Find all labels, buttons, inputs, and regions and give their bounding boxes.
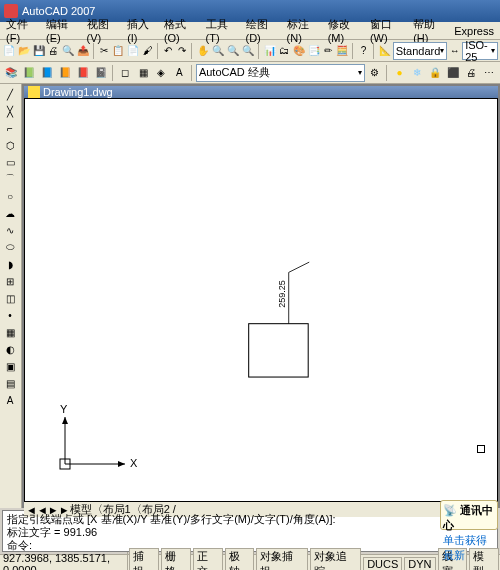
open-icon[interactable]: 📂 [17,42,31,60]
menu-bar: 文件(F) 编辑(E) 视图(V) 插入(I) 格式(O) 工具(T) 绘图(D… [0,22,500,40]
polar-toggle[interactable]: 极轴 [225,548,255,571]
block-icon[interactable]: ◻ [117,64,134,82]
circle-icon[interactable]: ○ [1,188,19,204]
snap-toggle[interactable]: 捕捉 [129,548,159,571]
match-icon[interactable]: 🖌 [141,42,154,60]
layer-lock-icon[interactable]: 🔒 [427,64,444,82]
otrack-toggle[interactable]: 对象追踪 [310,548,361,571]
calc-icon[interactable]: 🧮 [335,42,349,60]
menu-express[interactable]: Express [450,24,498,38]
layers-toolbar: 📚 📗 📘 📙 📕 📓 ◻ ▦ ◈ A AutoCAD 经典▾ ⚙ ● ❄ 🔒 … [0,62,500,84]
svg-marker-1 [118,461,125,467]
help-icon[interactable]: ? [357,42,370,60]
zoom-icon[interactable]: 🔍 [211,42,225,60]
markup-icon[interactable]: ✏ [322,42,335,60]
publish-icon[interactable]: 📤 [76,42,90,60]
layer-icon[interactable]: 📚 [2,64,19,82]
separator [191,65,193,81]
properties-icon[interactable]: 📊 [263,42,277,60]
separator [112,65,114,81]
cut-icon[interactable]: ✂ [98,42,111,60]
designcenter-icon[interactable]: 🗂 [278,42,291,60]
layer5-icon[interactable]: 📕 [74,64,91,82]
workspace: ╱ ╳ ⌐ ⬡ ▭ ⌒ ○ ☁ ∿ ⬭ ◗ ⊞ ◫ • ▦ ◐ ▣ ▤ A Dr… [0,84,500,508]
separator [258,43,260,59]
dimstyle-icon[interactable]: 📐 [378,42,392,60]
layer3-icon[interactable]: 📘 [38,64,55,82]
layer-freeze-icon[interactable]: ❄ [409,64,426,82]
layer-color-icon[interactable]: ⬛ [445,64,462,82]
zoom-window-icon[interactable]: 🔍 [226,42,240,60]
ortho-toggle[interactable]: 正交 [193,548,223,571]
comm-center-popup[interactable]: 📡 通讯中心 单击获得最新 [440,500,498,530]
grid-toggle[interactable]: 栅格 [161,548,191,571]
gradient-icon[interactable]: ◐ [1,341,19,357]
ducs-toggle[interactable]: DUCS [363,557,402,571]
dimstyle-dropdown[interactable]: Standard▾ [393,42,448,60]
layer-plot-icon[interactable]: 🖨 [463,64,480,82]
rectangle-icon[interactable]: ▭ [1,154,19,170]
status-bar: 927.3968, 1385.5171, 0.0000 捕捉 栅格 正交 极轴 … [0,554,500,570]
region-icon[interactable]: ◈ [153,64,170,82]
drawing-titlebar[interactable]: Drawing1.dwg [24,86,498,98]
dimscale-dropdown[interactable]: ISO-25▾ [462,42,498,60]
redo-icon[interactable]: ↷ [176,42,189,60]
toolpalette-icon[interactable]: 🎨 [292,42,306,60]
pline-icon[interactable]: ⌐ [1,120,19,136]
line-icon[interactable]: ╱ [1,86,19,102]
layer-on-icon[interactable]: ● [391,64,408,82]
pickbox-cursor [477,445,485,453]
drawing-area: Drawing1.dwg 259.25 X Y [24,86,498,506]
undo-icon[interactable]: ↶ [162,42,175,60]
rectangle-shape [249,324,309,377]
xline-icon[interactable]: ╳ [1,103,19,119]
layer6-icon[interactable]: 📓 [92,64,109,82]
x-axis-label: X [130,457,137,469]
ucs-icon: X Y [45,409,135,481]
new-icon[interactable]: 📄 [2,42,16,60]
zoom-prev-icon[interactable]: 🔍 [241,42,255,60]
layer4-icon[interactable]: 📙 [56,64,73,82]
spline-icon[interactable]: ∿ [1,222,19,238]
dim-icon[interactable]: ↔ [448,42,461,60]
notif-link[interactable]: 单击获得最新 [443,533,495,563]
pan-icon[interactable]: ✋ [196,42,210,60]
region2-icon[interactable]: ▣ [1,358,19,374]
draw-toolbar: ╱ ╳ ⌐ ⬡ ▭ ⌒ ○ ☁ ∿ ⬭ ◗ ⊞ ◫ • ▦ ◐ ▣ ▤ A [0,84,22,508]
separator [386,65,388,81]
polygon-icon[interactable]: ⬡ [1,137,19,153]
layer2-icon[interactable]: 📗 [20,64,37,82]
table-icon[interactable]: ▤ [1,375,19,391]
separator [157,43,159,59]
ellipsearc-icon[interactable]: ◗ [1,256,19,272]
sheetset-icon[interactable]: 📑 [307,42,321,60]
coords-display: 927.3968, 1385.5171, 0.0000 [0,552,128,571]
insert-icon[interactable]: ⊞ [1,273,19,289]
arc-icon[interactable]: ⌒ [1,171,19,187]
dyn-toggle[interactable]: DYN [404,557,435,571]
osnap-toggle[interactable]: 对象捕捉 [256,548,307,571]
hatch2-icon[interactable]: ▦ [1,324,19,340]
separator [191,43,193,59]
preview-icon[interactable]: 🔍 [61,42,75,60]
copy-icon[interactable]: 📋 [111,42,125,60]
drawing-title: Drawing1.dwg [43,86,113,98]
separator [373,43,375,59]
save-icon[interactable]: 💾 [32,42,46,60]
hatch-icon[interactable]: ▦ [135,64,152,82]
ws-settings-icon[interactable]: ⚙ [366,64,383,82]
print-icon[interactable]: 🖨 [47,42,60,60]
workspace-dropdown[interactable]: AutoCAD 经典▾ [196,64,365,82]
point-icon[interactable]: • [1,307,19,323]
svg-marker-3 [62,417,68,424]
drawing-canvas[interactable]: 259.25 X Y [24,98,498,502]
mtext-icon[interactable]: A [1,392,19,408]
paste-icon[interactable]: 📄 [126,42,140,60]
ellipse-icon[interactable]: ⬭ [1,239,19,255]
revcloud-icon[interactable]: ☁ [1,205,19,221]
layer-more-icon[interactable]: ⋯ [481,64,498,82]
cmd-line2: 标注文字 = 991.96 [7,526,493,539]
text2-icon[interactable]: A [171,64,188,82]
makeblock-icon[interactable]: ◫ [1,290,19,306]
standard-toolbar: 📄 📂 💾 🖨 🔍 📤 ✂ 📋 📄 🖌 ↶ ↷ ✋ 🔍 🔍 🔍 📊 🗂 🎨 📑 … [0,40,500,62]
